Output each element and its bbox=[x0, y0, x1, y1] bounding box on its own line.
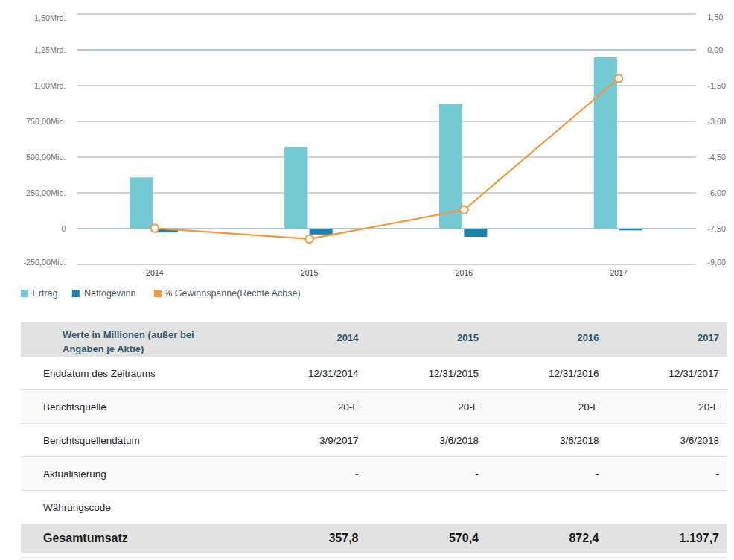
svg-text:Ertrag: Ertrag bbox=[32, 288, 57, 299]
svg-text:-6,00: -6,00 bbox=[707, 188, 726, 197]
svg-text:Nettogewinn: Nettogewinn bbox=[84, 288, 136, 299]
svg-text:0,00: 0,00 bbox=[707, 45, 723, 54]
svg-text:-4,50: -4,50 bbox=[707, 153, 726, 162]
svg-text:2014: 2014 bbox=[146, 268, 164, 277]
svg-text:1,00Mrd.: 1,00Mrd. bbox=[34, 81, 66, 90]
svg-text:-9,00: -9,00 bbox=[707, 258, 726, 267]
svg-text:1,50: 1,50 bbox=[707, 13, 723, 22]
svg-text:0: 0 bbox=[61, 224, 66, 233]
svg-text:250,00Mio.: 250,00Mio. bbox=[26, 188, 66, 197]
svg-text:-1,50: -1,50 bbox=[707, 81, 726, 90]
svg-text:-7,50: -7,50 bbox=[707, 224, 726, 233]
svg-text:750,00Mio.: 750,00Mio. bbox=[26, 117, 66, 126]
svg-text:2016: 2016 bbox=[456, 268, 473, 277]
svg-text:-3,00: -3,00 bbox=[707, 117, 726, 126]
svg-text:1,50Mrd.: 1,50Mrd. bbox=[34, 13, 66, 22]
svg-text:2015: 2015 bbox=[301, 268, 319, 277]
svg-text:-250,00Mio.: -250,00Mio. bbox=[23, 258, 66, 267]
svg-text:1,25Mrd.: 1,25Mrd. bbox=[34, 45, 66, 54]
svg-text:% Gewinnspanne(Rechte Achse): % Gewinnspanne(Rechte Achse) bbox=[164, 288, 300, 299]
svg-text:500,00Mio.: 500,00Mio. bbox=[26, 153, 66, 162]
svg-text:2017: 2017 bbox=[610, 268, 628, 277]
